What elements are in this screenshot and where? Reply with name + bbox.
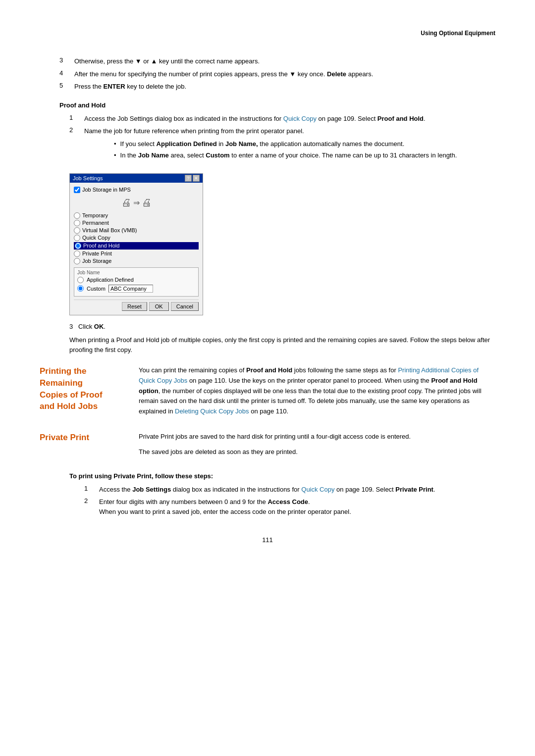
printing-remaining-section: Printing the Remaining Copies of Proof a…: [40, 365, 495, 417]
radio-job-storage: Job Storage: [74, 258, 199, 264]
storage-type-radio-group: Temporary Permanent Virtual Mail Box (VM…: [74, 212, 199, 264]
step-number: 1: [69, 114, 84, 124]
top-numbered-list: 3 Otherwise, press the ▼ or ▲ key until …: [40, 56, 495, 92]
ok-button[interactable]: OK: [149, 302, 169, 311]
arrow-icon: ⇒: [133, 198, 140, 207]
printer-icons: 🖨 ⇒ 🖨: [74, 197, 199, 208]
job-storage-label: Job Storage in MPS: [82, 187, 131, 193]
quick-copy-link2[interactable]: Quick Copy: [301, 486, 334, 493]
radio-quick-copy-label: Quick Copy: [82, 235, 110, 241]
step-number: 2: [69, 126, 84, 163]
private-print-para2: The saved jobs are deleted as soon as th…: [139, 447, 495, 457]
step-content: After the menu for specifying the number…: [74, 69, 495, 79]
list-item: 2 Name the job for future reference when…: [40, 126, 495, 163]
quick-copy-link[interactable]: Quick Copy: [283, 115, 317, 122]
list-item: 3 Otherwise, press the ▼ or ▲ key until …: [40, 56, 495, 66]
bold-text: ENTER: [104, 83, 125, 90]
custom-name-input[interactable]: [108, 285, 153, 293]
printing-remaining-body: You can print the remaining copies of Pr…: [139, 365, 495, 417]
step-number: 4: [59, 69, 74, 79]
radio-proof-hold-label: Proof and Hold: [83, 243, 119, 249]
step-content: Access the Job Settings dialog box as in…: [84, 114, 495, 124]
private-print-para1: Private Print jobs are saved to the hard…: [139, 432, 495, 442]
radio-temporary: Temporary: [74, 212, 199, 219]
step-content: Otherwise, press the ▼ or ▲ key until th…: [74, 56, 495, 66]
dialog-help-button[interactable]: ?: [185, 175, 192, 182]
job-name-section-label: Job Name: [77, 270, 195, 275]
job-storage-checkbox-row: Job Storage in MPS: [74, 187, 199, 193]
proof-hold-heading: Proof and Hold: [59, 101, 495, 109]
printing-remaining-title: Printing the Remaining Copies of Proof a…: [40, 365, 139, 417]
reset-button[interactable]: Reset: [122, 302, 147, 311]
step-content: Name the job for future reference when p…: [84, 126, 495, 163]
radio-vmb-label: Virtual Mail Box (VMB): [82, 227, 137, 233]
deleting-quick-copy-link[interactable]: Deleting Quick Copy Jobs: [175, 407, 249, 415]
radio-job-storage-label: Job Storage: [82, 258, 111, 264]
bullet-list: If you select Application Defined in Job…: [84, 139, 495, 160]
step3-para: When printing a Proof and Hold job of mu…: [40, 335, 495, 356]
step3-text: 3 Click OK.: [40, 323, 495, 330]
printing-additional-link[interactable]: Printing Additional Copies of Quick Copy…: [139, 366, 479, 384]
radio-temporary-input[interactable]: [74, 212, 80, 219]
step-number: 5: [59, 82, 74, 92]
radio-job-storage-input[interactable]: [74, 258, 80, 264]
list-item: 1 Access the Job Settings dialog box as …: [69, 485, 495, 495]
header-right: Using Optional Equipment: [40, 30, 495, 37]
step-content: Enter four digits with any numbers betwe…: [99, 497, 495, 516]
bold-text: Delete: [327, 70, 346, 78]
job-storage-checkbox[interactable]: [74, 187, 80, 193]
job-settings-dialog: Job Settings ? ✕ Job Storage in MPS 🖨 ⇒ …: [69, 173, 203, 315]
bullet-text: In the Job Name area, select Custom to e…: [120, 151, 457, 160]
radio-permanent-label: Permanent: [82, 220, 109, 226]
dialog-title: Job Settings: [73, 175, 103, 181]
private-print-numbered-list: 1 Access the Job Settings dialog box as …: [69, 485, 495, 517]
bullet-text: If you select Application Defined in Job…: [120, 139, 405, 149]
printer-icon-left: 🖨: [121, 197, 131, 208]
radio-proof-hold-input[interactable]: [75, 243, 81, 249]
radio-private-print-input[interactable]: [74, 251, 80, 257]
list-item: 4 After the menu for specifying the numb…: [40, 69, 495, 79]
radio-vmb-input[interactable]: [74, 227, 80, 234]
radio-custom-label: Custom: [87, 286, 106, 292]
radio-quick-copy: Quick Copy: [74, 235, 199, 241]
bold-text: Access Code: [268, 498, 308, 505]
radio-permanent-input[interactable]: [74, 220, 80, 226]
bold-text: Proof and Hold: [246, 366, 292, 374]
radio-custom-input[interactable]: [77, 285, 84, 292]
printer-icon-right: 🖨: [142, 197, 152, 208]
bold-text: Proof and Hold option: [139, 377, 478, 395]
radio-private-print: Private Print: [74, 251, 199, 257]
step-content: Access the Job Settings dialog box as in…: [99, 485, 495, 495]
cancel-button[interactable]: Cancel: [171, 302, 199, 311]
dialog-close-button[interactable]: ✕: [193, 175, 200, 182]
dialog-titlebar-buttons: ? ✕: [185, 175, 200, 182]
radio-vmb: Virtual Mail Box (VMB): [74, 227, 199, 234]
bold-text: Proof and Hold: [377, 115, 424, 122]
radio-private-print-label: Private Print: [82, 251, 112, 256]
list-item: 1 Access the Job Settings dialog box as …: [40, 114, 495, 124]
job-name-radio-row1: Application Defined: [77, 277, 195, 283]
step-number: 3: [59, 56, 74, 66]
dialog-titlebar: Job Settings ? ✕: [70, 174, 203, 183]
private-print-body: Private Print jobs are saved to the hard…: [139, 432, 495, 457]
private-print-steps: To print using Private Print, follow the…: [40, 472, 495, 517]
bullet-item: If you select Application Defined in Job…: [84, 139, 495, 149]
radio-app-defined-label: Application Defined: [87, 277, 134, 283]
bold-text: Job Name: [138, 151, 169, 159]
bold-text: Private Print: [395, 486, 433, 493]
page: Using Optional Equipment 3 Otherwise, pr…: [0, 0, 535, 756]
bullet-item: In the Job Name area, select Custom to e…: [84, 151, 495, 160]
page-number: 111: [40, 536, 495, 544]
radio-quick-copy-input[interactable]: [74, 235, 80, 241]
section-title-private-print: Private Print: [40, 432, 129, 444]
job-name-section: Job Name Application Defined Custom: [74, 267, 199, 297]
radio-temporary-label: Temporary: [82, 212, 108, 218]
bold-text: Job Name,: [225, 140, 258, 148]
radio-app-defined-input[interactable]: [77, 277, 84, 283]
private-print-title: Private Print: [40, 432, 139, 457]
bold-text: Application Defined: [157, 140, 217, 148]
bold-text: Job Settings: [132, 486, 171, 493]
ok-bold: OK: [94, 323, 104, 330]
section-title-printing: Printing the Remaining Copies of Proof a…: [40, 365, 129, 412]
step-number: 2: [84, 497, 99, 516]
